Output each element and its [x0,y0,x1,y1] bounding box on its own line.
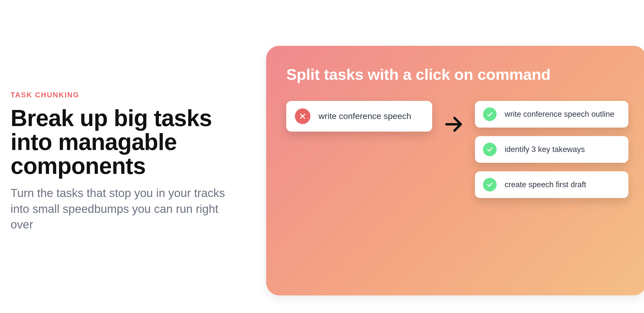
feature-heading: Break up big tasks into managable compon… [11,106,239,178]
source-task-column: write conference speech [286,101,432,132]
feature-visual-section: Split tasks with a click on command writ… [255,0,644,313]
task-label: write conference speech outline [505,109,614,120]
task-label: identify 3 key takeways [505,144,585,155]
check-icon [483,178,497,191]
task-label: create speech first draft [505,179,586,190]
feature-subheading: Turn the tasks that stop you in your tra… [11,185,239,232]
check-icon [483,143,497,156]
destination-tasks-column: write conference speech outline identify… [475,101,628,198]
check-icon [483,107,497,121]
arrow-right-icon [443,113,464,135]
source-task-card[interactable]: write conference speech [286,101,432,132]
task-label: write conference speech [318,110,411,122]
arrow-column [443,101,464,135]
destination-task-card[interactable]: identify 3 key takeways [475,136,628,163]
eyebrow-label: TASK CHUNKING [11,91,239,99]
panel-title: Split tasks with a click on command [286,65,626,83]
feature-copy-section: TASK CHUNKING Break up big tasks into ma… [11,81,255,232]
x-icon [295,108,310,124]
destination-task-card[interactable]: write conference speech outline [475,101,628,128]
task-chunking-panel: Split tasks with a click on command writ… [266,46,644,295]
destination-task-card[interactable]: create speech first draft [475,171,628,198]
task-split-row: write conference speech write conferen [286,101,626,198]
